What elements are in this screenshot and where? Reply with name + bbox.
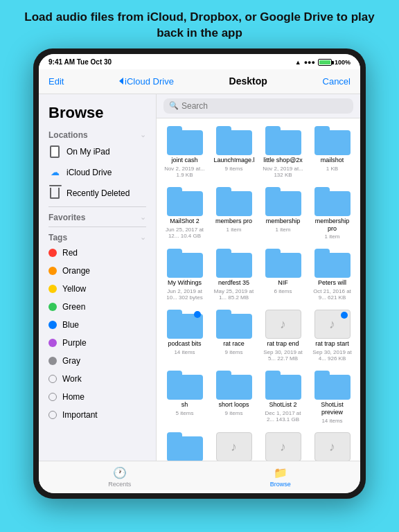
file-name: members pro — [215, 218, 252, 225]
sidebar-item-icloud-drive[interactable]: ☁ iCloud Drive — [39, 162, 156, 183]
music-note-icon: ♪ — [231, 440, 237, 454]
file-meta: 9 items — [225, 410, 243, 417]
back-button[interactable]: iCloud Drive — [119, 76, 174, 87]
sidebar-item-recently-deleted[interactable]: Recently Deleted — [39, 183, 156, 204]
sidebar-item-blue[interactable]: Blue — [39, 316, 156, 334]
file-name: little shop@2x — [263, 157, 303, 164]
status-time: 9:41 AM Tue Oct 30 — [48, 58, 112, 66]
browse-icon: 📁 — [274, 466, 287, 479]
file-name: nerdfest 35 — [218, 279, 249, 287]
file-item[interactable]: membership pro 1 item — [310, 185, 355, 242]
file-item[interactable]: mailshot 1 KB — [310, 124, 355, 181]
file-item[interactable]: My Withings Jun 2, 2019 at 10... 302 byt… — [162, 247, 207, 303]
file-meta: Nov 2, 2019 at... 1.9 KB — [164, 166, 205, 179]
file-meta: 6 items — [274, 288, 292, 295]
file-item[interactable]: joint cash Nov 2, 2019 at... 1.9 KB — [162, 124, 207, 181]
file-name: NIF — [278, 279, 288, 287]
recently-deleted-label: Recently Deleted — [66, 188, 130, 198]
edit-button[interactable]: Edit — [48, 76, 64, 87]
file-meta: 1 item — [276, 227, 291, 233]
sidebar-item-work[interactable]: Work — [39, 370, 156, 388]
work-tag-label: Work — [62, 374, 82, 384]
green-dot-icon — [48, 303, 57, 311]
on-my-ipad-label: On My iPad — [66, 147, 110, 157]
banner-text: Load audio files from iCloud, Dropbox, o… — [17, 10, 382, 42]
search-input[interactable] — [181, 101, 348, 111]
sidebar-item-yellow[interactable]: Yellow — [39, 280, 156, 298]
file-meta: Dec 1, 2017 at 2... 143.1 GB — [263, 410, 303, 423]
file-item[interactable]: rat race 9 items — [211, 308, 256, 364]
file-item[interactable]: ♪ rat trap end Sep 30, 2019 at 5... 22.7… — [260, 308, 305, 364]
file-item[interactable]: ShotList 2 Dec 1, 2017 at 2... 143.1 GB — [260, 369, 305, 426]
file-item[interactable]: short loops 9 items — [211, 369, 256, 426]
folder-icon — [167, 126, 203, 155]
sidebar-item-gray[interactable]: Gray — [39, 352, 156, 370]
top-banner: Load audio files from iCloud, Dropbox, o… — [0, 0, 399, 48]
nav-center: iCloud Drive — [119, 76, 174, 87]
file-item[interactable]: ♪ rat trap start Sep 30, 2019 at 4... 92… — [310, 308, 355, 364]
locations-section-header[interactable]: Locations ⌄ — [39, 127, 156, 141]
file-item[interactable]: podcast bits 14 items — [162, 308, 207, 364]
file-item[interactable]: ♪ shotlistpad Feb 5, 2018 at 5... 14 KB — [211, 430, 256, 461]
file-item[interactable]: ShotList preview copy 14 items — [162, 430, 207, 461]
browse-label: Browse — [270, 481, 291, 488]
file-meta: 9 items — [225, 166, 243, 172]
favorites-section-header[interactable]: Favorites ⌄ — [39, 210, 156, 224]
sidebar-item-home[interactable]: Home — [39, 388, 156, 406]
folder-icon — [216, 126, 252, 155]
file-area: 🔍 joint cash Nov 2, 2019 at... 1.9 KB La… — [157, 94, 360, 461]
orange-tag-label: Orange — [62, 266, 90, 276]
file-name: podcast bits — [168, 340, 201, 348]
green-tag-label: Green — [62, 302, 85, 312]
sidebar-item-important[interactable]: Important — [39, 406, 156, 424]
file-name: membership — [266, 218, 301, 225]
audio-file-icon: ♪ — [314, 310, 351, 339]
file-item[interactable]: ShotList preview 14 items — [310, 369, 355, 426]
file-item[interactable]: MailShot 2 Jun 25, 2017 at 12... 10.4 GB — [162, 185, 207, 242]
tab-recents[interactable]: 🕐 Recents — [94, 465, 145, 489]
tags-section-header[interactable]: Tags ⌄ — [39, 230, 156, 244]
wifi-icon: ▲ — [295, 59, 301, 66]
important-tag-label: Important — [62, 410, 98, 420]
tab-browse[interactable]: 📁 Browse — [256, 465, 305, 489]
file-item[interactable]: NIF 6 items — [260, 247, 305, 303]
sidebar-item-orange[interactable]: Orange — [39, 262, 156, 280]
sidebar-item-purple[interactable]: Purple — [39, 334, 156, 352]
folder-icon — [167, 187, 203, 216]
file-item[interactable]: sh 5 items — [162, 369, 207, 426]
file-item[interactable]: ♪ Simulator Screen Shot -1...0.23.23 Oct… — [260, 430, 305, 461]
back-label: iCloud Drive — [125, 76, 174, 87]
file-name: LaunchImage.launchimage — [214, 157, 254, 164]
recents-label: Recents — [108, 481, 131, 488]
file-item[interactable]: Peters will Oct 21, 2016 at 9... 621 KB — [310, 247, 355, 303]
orange-dot-icon — [48, 267, 57, 275]
file-name: ShotList 2 — [269, 401, 296, 409]
sidebar-item-red[interactable]: Red — [39, 244, 156, 262]
file-item[interactable]: little shop@2x Nov 2, 2019 at... 132 KB — [260, 124, 305, 181]
search-wrapper[interactable]: 🔍 — [163, 98, 353, 114]
file-item[interactable]: LaunchImage.launchimage 9 items — [211, 124, 256, 181]
sidebar-title: Browse — [39, 101, 156, 127]
home-dot-icon — [48, 393, 57, 401]
file-item[interactable]: members pro 1 item — [211, 185, 256, 242]
back-chevron-icon — [119, 78, 123, 85]
file-meta: 5 items — [176, 410, 194, 417]
file-item[interactable]: ♪ Simulator Screen Shot -1...0.23.45 383… — [310, 430, 355, 461]
file-meta: Jun 25, 2017 at 12... 10.4 GB — [164, 227, 205, 240]
file-meta: 9 items — [225, 349, 243, 356]
locations-chevron-icon: ⌄ — [140, 130, 146, 139]
file-meta: 14 items — [174, 349, 195, 356]
status-bar: 9:41 AM Tue Oct 30 ▲ ●●● 100% — [39, 54, 360, 69]
sidebar-item-green[interactable]: Green — [39, 298, 156, 316]
folder-icon — [216, 249, 252, 278]
folder-icon — [216, 371, 252, 400]
icloud-icon: ☁ — [48, 166, 61, 179]
tags-label: Tags — [48, 233, 67, 242]
file-item[interactable]: nerdfest 35 May 25, 2019 at 1... 85.2 MB — [211, 247, 256, 303]
file-item[interactable]: membership 1 item — [260, 185, 305, 242]
cancel-button[interactable]: Cancel — [323, 76, 351, 87]
folder-icon — [167, 371, 203, 400]
ipad-icon — [48, 145, 61, 158]
sidebar-item-on-my-ipad[interactable]: On My iPad — [39, 141, 156, 162]
file-name: rat trap start — [315, 340, 349, 348]
